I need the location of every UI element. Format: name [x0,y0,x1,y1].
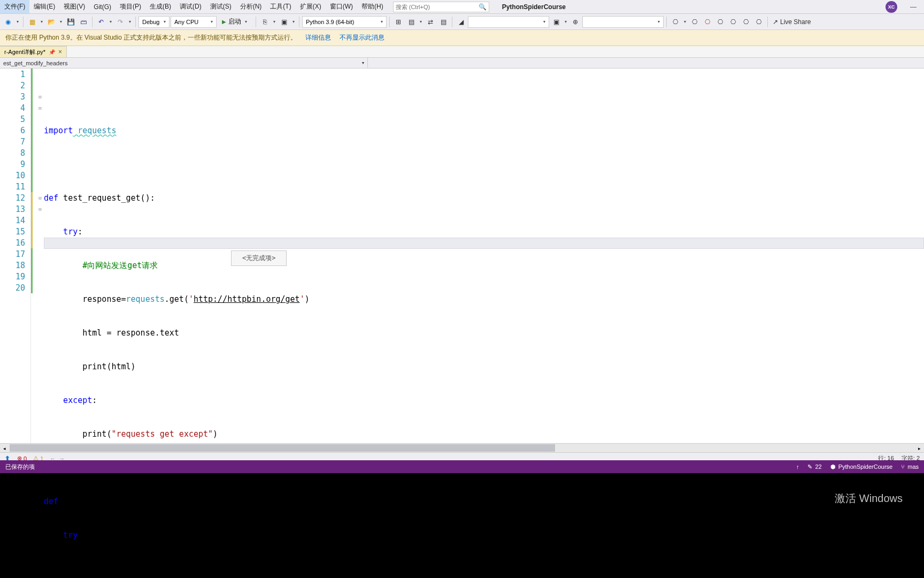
search-box[interactable]: 🔍 [393,2,489,12]
line-number-gutter: 1234567891011121314151617181920 [0,69,31,443]
refactor-1-button[interactable]: ⎔ [669,16,681,28]
scroll-left-arrow[interactable]: ◂ [0,444,9,453]
live-share-button[interactable]: ↗Live Share [773,18,811,26]
minimize-button[interactable]: — [903,3,924,11]
new-project-button[interactable]: ▦ [26,16,38,28]
new-project-dropdown[interactable]: ▾ [39,19,44,24]
separator [452,17,452,27]
separator [92,17,93,27]
notice-detail-link[interactable]: 详细信息 [305,33,331,42]
scope-combo[interactable]: est_get_modify_headers▾ [0,58,368,68]
console-button[interactable]: ▣ [278,16,290,28]
python-version-notice: 你正在使用 Python 3.9。在 Visual Studio 正式支持此版本… [0,30,924,46]
tab-title: r-Agent详解.py* [4,48,45,56]
pin-icon[interactable]: 📌 [49,49,55,55]
close-tab-button[interactable]: × [58,48,62,56]
user-avatar[interactable]: XC [886,1,897,13]
toolbox-7-button[interactable]: ⊕ [569,16,581,28]
toolbox-3-button[interactable]: ⇄ [425,16,436,28]
menu-tools[interactable]: 工具(T) [266,0,295,13]
menu-help[interactable]: 帮助(H) [357,0,388,13]
solution-name: PythonSpiderCourse [502,3,566,11]
tab-bar: r-Agent详解.py* 📌 × [0,46,924,58]
config-combo[interactable]: Debug▾ [138,16,170,28]
code-editor[interactable]: 1234567891011121314151617181920 ⊟⊟⊟⊟ imp… [0,69,924,443]
refactor-3-button[interactable]: ⎔ [702,16,713,28]
menu-window[interactable]: 窗口(W) [326,0,357,13]
toolbox-combo-1[interactable]: ▾ [468,16,549,28]
python-env-combo[interactable]: Python 3.9 (64-bit)▾ [302,16,387,28]
menu-git[interactable]: Git(G) [89,1,116,13]
redo-dropdown[interactable]: ▾ [127,19,133,24]
start-button[interactable]: ▶启动▾ [218,16,253,28]
menu-project[interactable]: 项目(P) [116,0,145,13]
notice-dismiss-link[interactable]: 不再显示此消息 [340,33,384,42]
separator [389,17,390,27]
nav-back-dropdown[interactable]: ▾ [15,19,20,24]
nav-back-button[interactable]: ◉ [2,16,14,28]
open-file-button[interactable]: 📂 [45,16,57,28]
change-marks [31,69,36,443]
refactor-6-button[interactable]: ⎔ [740,16,752,28]
refactor-4-button[interactable]: ⎔ [714,16,726,28]
separator [666,17,667,27]
save-status: 已保存的项 [5,463,35,471]
separator [767,17,768,27]
editor-tab[interactable]: r-Agent详解.py* 📌 × [0,46,67,57]
menu-view[interactable]: 视图(V) [59,0,89,13]
separator [299,17,299,27]
share-icon: ↗ [773,18,778,26]
save-all-button[interactable]: 🗃 [78,16,89,28]
code-area[interactable]: import requests def test_request_get(): … [44,69,924,443]
fold-gutter[interactable]: ⊟⊟⊟⊟ [36,69,44,443]
toolbar: ◉ ▾ ▦ ▾ 📂 ▾ 💾 🗃 ↶ ▾ ↷ ▾ Debug▾ Any CPU▾ … [0,14,924,30]
windows-watermark: 激活 Windows [835,491,903,506]
toolbox-6-button[interactable]: ▣ [550,16,562,28]
undo-dropdown[interactable]: ▾ [108,19,113,24]
search-icon[interactable]: 🔍 [479,3,487,11]
open-file-dropdown[interactable]: ▾ [58,19,64,24]
menu-file[interactable]: 文件(F) [0,0,29,13]
undo-button[interactable]: ↶ [95,16,107,28]
menu-bar: 文件(F) 编辑(E) 视图(V) Git(G) 项目(P) 生成(B) 调试(… [0,0,924,14]
save-button[interactable]: 💾 [65,16,76,28]
search-input[interactable] [396,4,479,10]
refactor-2-button[interactable]: ⎔ [689,16,700,28]
redo-button[interactable]: ↷ [114,16,126,28]
refactor-7-button[interactable]: ⎔ [753,16,765,28]
intellisense-tooltip: <无完成项> [231,250,287,266]
toolbox-1-button[interactable]: ⊞ [392,16,404,28]
refactor-5-button[interactable]: ⎔ [727,16,739,28]
attach-button[interactable]: ⎘ [259,16,271,28]
platform-combo[interactable]: Any CPU▾ [171,16,217,28]
menu-test[interactable]: 测试(S) [206,0,236,13]
toolbox-combo-2[interactable]: ▾ [582,16,664,28]
menu-extensions[interactable]: 扩展(X) [296,0,326,13]
separator [256,17,256,27]
menu-edit[interactable]: 编辑(E) [29,0,59,13]
separator [23,17,24,27]
menu-analyze[interactable]: 分析(N) [236,0,266,13]
menu-debug[interactable]: 调试(D) [175,0,206,13]
menu-build[interactable]: 生成(B) [145,0,175,13]
toolbox-5-button[interactable]: ◢ [455,16,467,28]
toolbox-4-button[interactable]: ▤ [437,16,449,28]
toolbox-2-button[interactable]: ▤ [405,16,417,28]
notice-text: 你正在使用 Python 3.9。在 Visual Studio 正式支持此版本… [5,33,297,42]
separator [135,17,136,27]
navigation-bar: est_get_modify_headers▾ [0,58,924,69]
